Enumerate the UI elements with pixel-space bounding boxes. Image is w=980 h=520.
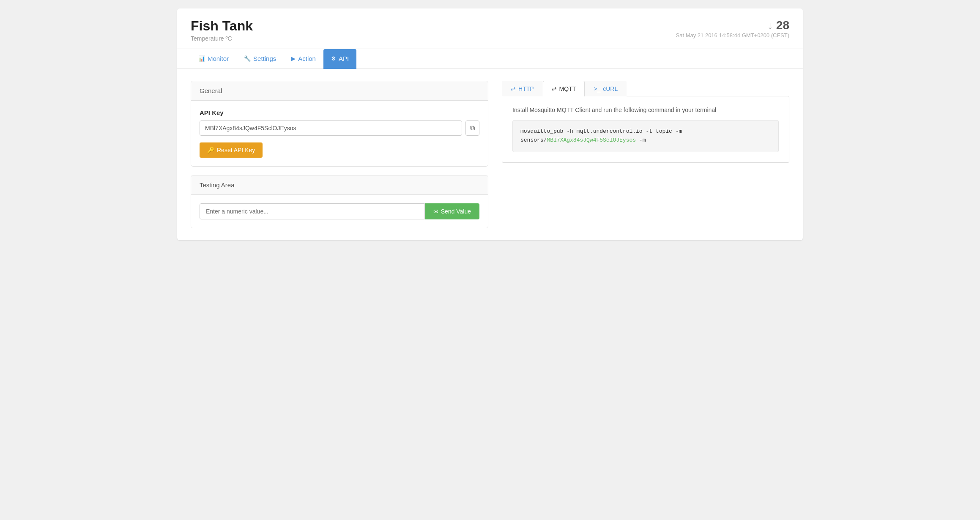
reset-api-key-button[interactable]: 🔑 Reset API Key (200, 142, 263, 158)
general-card-body: API Key ⧉ 🔑 Reset API Key (191, 101, 488, 166)
sub-tabs: ⇄ HTTP ⇄ MQTT >_ cURL (502, 81, 789, 96)
api-icon: ⚙ (331, 55, 336, 62)
tab-api-label: API (339, 55, 349, 62)
sub-tab-mqtt-label: MQTT (559, 85, 576, 92)
numeric-value-input[interactable] (200, 203, 425, 219)
testing-row: ✉ Send Value (200, 203, 479, 219)
content-area: General API Key ⧉ 🔑 Reset API Key (177, 69, 803, 240)
sub-tab-curl[interactable]: >_ cURL (585, 81, 627, 96)
sub-tab-http[interactable]: ⇄ HTTP (502, 81, 543, 96)
tab-monitor-label: Monitor (208, 55, 229, 62)
tab-settings-label: Settings (253, 55, 276, 62)
tab-monitor[interactable]: 📊 Monitor (191, 49, 236, 69)
device-subtitle: Temperature ºC (191, 35, 253, 42)
tabs-bar: 📊 Monitor 🔧 Settings ▶ Action ⚙ API (177, 49, 803, 69)
api-key-label: API Key (200, 109, 479, 116)
mqtt-code-block: mosquitto_pub -h mqtt.undercontrol.io -t… (512, 120, 779, 152)
testing-card-header: Testing Area (191, 175, 488, 195)
http-icon: ⇄ (511, 85, 516, 92)
tab-action-label: Action (298, 55, 316, 62)
mqtt-instruction: Install Mosquitto MQTT Client and run th… (512, 107, 779, 113)
header-left: Fish Tank Temperature ºC (191, 19, 253, 42)
monitor-icon: 📊 (198, 55, 205, 62)
tab-api[interactable]: ⚙ API (323, 49, 356, 69)
tab-action[interactable]: ▶ Action (284, 49, 323, 69)
device-title: Fish Tank (191, 19, 253, 33)
send-icon: ✉ (433, 208, 438, 215)
api-key-row: ⧉ (200, 120, 479, 136)
send-btn-label: Send Value (441, 208, 471, 215)
settings-icon: 🔧 (244, 55, 251, 62)
right-card: Install Mosquitto MQTT Client and run th… (502, 96, 789, 163)
reset-btn-label: Reset API Key (217, 147, 255, 153)
right-panel: ⇄ HTTP ⇄ MQTT >_ cURL Install Mosquitto … (502, 81, 789, 163)
api-key-input[interactable] (200, 120, 462, 136)
sub-tab-http-label: HTTP (518, 85, 534, 92)
send-value-button[interactable]: ✉ Send Value (425, 203, 479, 219)
mqtt-api-key: MBl7XAgx84sJQw4F5SclOJEysos (547, 137, 636, 143)
copy-api-key-button[interactable]: ⧉ (465, 120, 479, 136)
testing-card: Testing Area ✉ Send Value (191, 175, 488, 228)
left-panel: General API Key ⧉ 🔑 Reset API Key (191, 81, 488, 228)
header-value: 28 (776, 19, 789, 32)
general-card-header: General (191, 81, 488, 101)
down-arrow-icon: ↓ (768, 19, 773, 31)
curl-icon: >_ (594, 85, 600, 92)
sub-tab-curl-label: cURL (603, 85, 618, 92)
testing-card-body: ✉ Send Value (191, 195, 488, 228)
reset-key-icon: 🔑 (207, 147, 214, 153)
general-card: General API Key ⧉ 🔑 Reset API Key (191, 81, 488, 167)
action-icon: ▶ (291, 55, 296, 62)
copy-icon: ⧉ (470, 124, 475, 132)
header: Fish Tank Temperature ºC ↓ 28 Sat May 21… (177, 8, 803, 49)
header-timestamp: Sat May 21 2016 14:58:44 GMT+0200 (CEST) (676, 32, 789, 38)
main-container: Fish Tank Temperature ºC ↓ 28 Sat May 21… (177, 8, 803, 240)
mqtt-icon: ⇄ (552, 85, 557, 92)
sub-tab-mqtt[interactable]: ⇄ MQTT (543, 81, 585, 96)
mqtt-command-suffix: -m (636, 137, 646, 143)
header-value-row: ↓ 28 Sat May 21 2016 14:58:44 GMT+0200 (… (676, 19, 789, 38)
tab-settings[interactable]: 🔧 Settings (236, 49, 284, 69)
header-right: ↓ 28 Sat May 21 2016 14:58:44 GMT+0200 (… (676, 19, 789, 38)
